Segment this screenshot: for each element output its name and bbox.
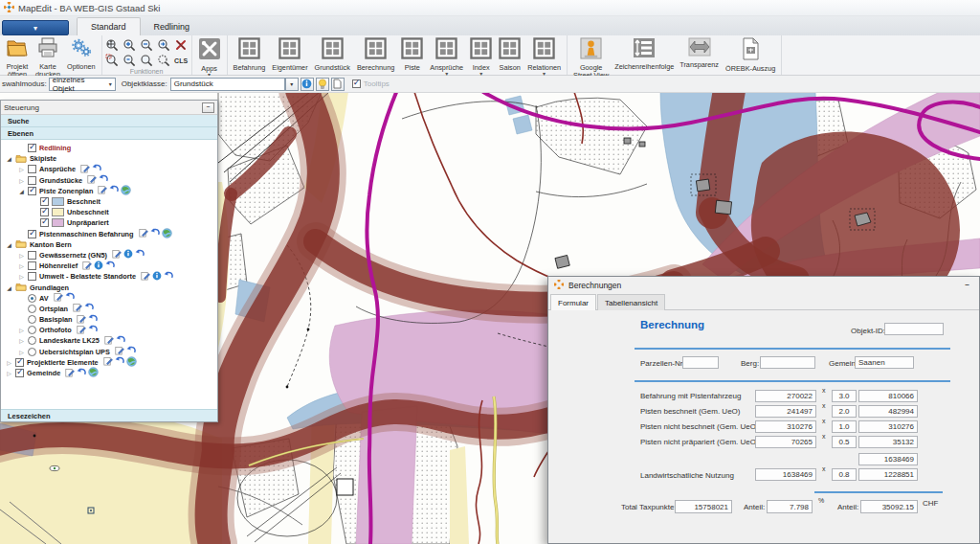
undo-icon[interactable] [109,185,119,196]
calc-value-field[interactable]: 270022 [755,390,816,402]
object-class-dropdown-button[interactable]: ▾ [285,78,299,91]
layer-checkbox[interactable] [28,261,36,270]
dialog-header[interactable]: Berechnungen – [548,277,979,294]
expander-icon[interactable]: ▷ [18,349,25,355]
edit-icon[interactable] [77,314,86,326]
tree-item-grundlagen[interactable]: ◢Grundlagen [1,282,217,292]
berechnung-button[interactable]: Berechnung [354,36,397,73]
layer-checkbox[interactable] [28,165,36,173]
transparenz-button[interactable]: Transparenz [677,36,722,70]
undo-icon[interactable] [84,303,94,314]
panel-header[interactable]: Steuerung – [1,101,217,115]
globe-icon[interactable] [88,367,99,379]
tree-item-orthofoto[interactable]: ▷Orthofoto [1,325,217,335]
expander-icon[interactable]: ▷ [18,337,25,344]
tab-formular[interactable]: Formular [550,294,596,310]
edit-icon[interactable] [54,292,63,304]
edit-icon[interactable] [139,228,148,239]
zoom-object-icon[interactable] [157,54,171,67]
globe-icon[interactable] [126,356,137,369]
tree-item-beschneit[interactable]: Beschneit [1,196,217,207]
info-icon[interactable] [123,249,133,261]
section-lesezeichen[interactable]: Lesezeichen [1,409,217,421]
zoom-in-icon[interactable] [122,38,137,52]
radio-button[interactable] [28,348,36,356]
radio-button[interactable] [28,336,36,345]
tree-item-gewässernetz-gn5[interactable]: ▷Gewässernetz (GN5) [1,250,217,261]
info-icon[interactable] [152,271,162,283]
calc-result-field[interactable]: 35132 [858,436,918,448]
subtotal-field[interactable]: 1638469 [858,453,918,465]
edit-icon[interactable] [87,174,97,186]
undo-icon[interactable] [65,292,75,304]
edit-icon[interactable] [73,303,82,314]
expander-icon[interactable]: ▷ [6,370,12,376]
layer-checkbox[interactable] [28,144,36,152]
report-page-button[interactable] [331,78,345,91]
layer-checkbox[interactable] [28,251,36,260]
layer-checkbox[interactable] [28,272,36,281]
layer-checkbox[interactable] [15,358,24,367]
cls-button[interactable]: CLS [174,54,189,67]
radio-button[interactable] [28,305,36,313]
zoom-window-icon[interactable] [105,54,120,67]
undo-icon[interactable] [92,164,101,175]
edit-icon[interactable] [104,335,114,347]
calc-factor-field[interactable]: 3.0 [832,390,857,402]
tree-item-pistenmaschinen-befahrung[interactable]: Pistenmaschinen Befahrung [1,229,217,239]
undo-icon[interactable] [150,228,160,239]
relationen-button[interactable]: Relationen▾ [524,36,564,77]
edit-icon[interactable] [82,261,92,272]
edit-icon[interactable] [103,356,113,368]
undo-icon[interactable] [164,271,173,283]
tree-item-umwelt-belastete-standorte[interactable]: ▷Umwelt - Belastete Standorte [1,271,217,282]
panel-minimize-button[interactable]: – [202,102,214,113]
total-field[interactable]: 15758021 [675,500,732,513]
örebk-auszug-button[interactable]: ÖREBK-Auszug [723,36,778,74]
grundstück-button[interactable]: Grundstück [312,36,353,73]
info-button[interactable] [301,78,314,91]
anteil-chf-field[interactable]: 35092.15 [860,500,918,513]
zeichenreihenfolge-button[interactable]: Zeichenreihenfolge [612,36,676,72]
google-street-view-button[interactable]: Google Street View [570,36,612,81]
edit-icon[interactable] [98,185,107,196]
agri-factor-field[interactable]: 0.8 [832,468,857,481]
tab-standard[interactable]: Standard [77,17,141,35]
layer-checkbox[interactable] [40,208,49,216]
undo-icon[interactable] [88,314,98,326]
expander-icon[interactable]: ▷ [18,327,25,333]
calc-value-field[interactable]: 310276 [755,420,816,433]
agri-result-field[interactable]: 1228851 [858,468,918,481]
expander-icon[interactable]: ◢ [18,188,25,194]
radio-button[interactable] [28,294,36,303]
index-button[interactable]: Index▾ [467,36,495,77]
expander-icon[interactable]: ◢ [6,284,12,291]
tree-item-gemeinde[interactable]: ▷Gemeinde [1,368,217,378]
karte-drucken-button[interactable]: Karte drucken [33,36,63,80]
layer-checkbox[interactable] [40,197,49,206]
tree-item-redlining[interactable]: Redlining [1,143,217,153]
parzellen-field[interactable] [682,356,719,369]
info-icon[interactable] [94,261,103,272]
expander-icon[interactable]: ▷ [18,177,25,184]
identify-bulb-button[interactable] [316,78,329,91]
eigentümer-button[interactable]: Eigentümer [269,36,310,73]
optionen-button[interactable]: Optionen [64,36,99,72]
expander-icon[interactable]: ▷ [18,166,25,172]
tree-item-av[interactable]: AV [1,293,217,304]
undo-icon[interactable] [77,368,86,379]
tree-item-projektierte-elemente[interactable]: ▷Projektierte Elemente [1,357,217,368]
undo-icon[interactable] [105,261,115,272]
undo-icon[interactable] [135,249,145,261]
tree-item-piste-zonenplan[interactable]: ◢Piste Zonenplan [1,186,217,196]
expander-icon[interactable]: ▷ [18,252,25,259]
edit-icon[interactable] [141,271,150,283]
calc-factor-field[interactable]: 2.0 [832,405,857,418]
tree-item-höhenrelief[interactable]: ▷Höhenrelief [1,261,217,271]
expander-icon[interactable]: ▷ [6,359,12,366]
undo-icon[interactable] [115,356,124,368]
edit-icon[interactable] [65,368,75,379]
selection-mode-select[interactable]: einzelnes Objekt ▾ [49,78,116,91]
calc-factor-field[interactable]: 1.0 [832,420,857,433]
calc-result-field[interactable]: 482994 [858,405,918,418]
